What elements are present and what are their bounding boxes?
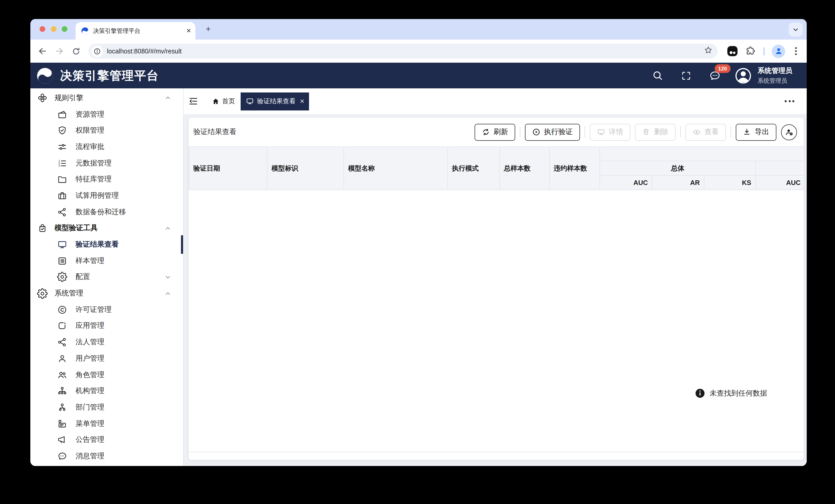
- col-header-model-id[interactable]: 模型标识: [267, 147, 344, 190]
- close-window-button[interactable]: [40, 26, 45, 32]
- copyright-icon: [57, 304, 67, 315]
- search-icon[interactable]: [651, 69, 664, 82]
- browser-profile-avatar[interactable]: [772, 44, 785, 58]
- export-button[interactable]: 导出: [736, 124, 776, 141]
- sidebar-item-2-0[interactable]: 许可证管理: [30, 301, 183, 318]
- svg-text:3: 3: [58, 164, 60, 167]
- col-header-ar[interactable]: AR: [652, 175, 704, 190]
- col-header-validation-date[interactable]: 验证日期: [189, 147, 267, 190]
- message-count-badge: 120: [714, 64, 731, 73]
- sidebar-item-2-1[interactable]: 应用管理: [30, 318, 183, 334]
- run-validation-button[interactable]: 执行验证: [525, 124, 580, 141]
- sidebar-group-0[interactable]: 规则引擎: [30, 90, 183, 106]
- sidebar-item-0-6[interactable]: 数据备份和迁移: [30, 204, 183, 220]
- reload-icon[interactable]: [69, 44, 83, 58]
- view-button[interactable]: 查看: [685, 124, 726, 141]
- fullscreen-icon[interactable]: [680, 69, 692, 82]
- back-icon[interactable]: [36, 44, 49, 58]
- bookmark-star-icon[interactable]: [704, 46, 713, 57]
- refresh-icon: [482, 128, 490, 136]
- messages-button[interactable]: 120: [709, 69, 721, 82]
- sidebar-item-0-4[interactable]: 特征库管理: [30, 171, 183, 188]
- site-info-icon[interactable]: [91, 45, 103, 57]
- collapse-sidebar-icon[interactable]: [188, 96, 199, 106]
- app-title: 决策引擎管理平台: [60, 67, 159, 83]
- col-header-auc-2[interactable]: AUC: [756, 175, 804, 190]
- horizontal-scrollbar-track[interactable]: [189, 451, 803, 460]
- user-info[interactable]: 系统管理员 系统管理员: [758, 67, 792, 85]
- sidebar-item-2-9[interactable]: 消息管理: [30, 448, 183, 464]
- extensions-puzzle-icon[interactable]: [745, 45, 756, 57]
- button-divider: [731, 126, 731, 138]
- url-bar[interactable]: localhost:8080/#/mv/result: [88, 44, 718, 59]
- users-icon: [57, 370, 67, 380]
- sidebar-item-2-3[interactable]: 用户管理: [30, 350, 183, 366]
- zoom-window-button[interactable]: [62, 26, 67, 32]
- gear-icon: [37, 288, 48, 299]
- sidebar-item-0-2[interactable]: 流程审批: [30, 139, 183, 155]
- empty-state-text: 未查找到任何数据: [710, 388, 767, 398]
- chevron-up-icon[interactable]: [164, 225, 172, 232]
- sidebar-item-label: 机构管理: [76, 386, 104, 396]
- col-header-exec-mode[interactable]: 执行模式: [448, 147, 500, 190]
- megaphone-icon: [57, 435, 67, 445]
- col-header-model-name[interactable]: 模型名称: [344, 147, 448, 190]
- sidebar-item-0-5[interactable]: 试算用例管理: [30, 188, 183, 204]
- browser-tab-title: 决策引擎管理平台: [93, 27, 183, 35]
- sidebar-item-1-1[interactable]: 样本管理: [30, 253, 183, 269]
- minimize-window-button[interactable]: [51, 26, 57, 32]
- col-group-top-blank: [600, 147, 804, 161]
- sidebar-item-1-0[interactable]: 验证结果查看: [30, 236, 183, 253]
- sidebar-group-2[interactable]: 系统管理: [30, 286, 183, 301]
- monitor-icon: [597, 128, 605, 136]
- sidebar-group-1[interactable]: 模型验证工具: [30, 220, 183, 236]
- tab-close-icon[interactable]: ✕: [186, 27, 191, 35]
- refresh-button[interactable]: 刷新: [474, 124, 515, 141]
- browser-tab-active[interactable]: 决策引擎管理平台 ✕: [76, 22, 196, 40]
- col-header-auc[interactable]: AUC: [600, 175, 652, 190]
- sidebar-item-label: 菜单管理: [76, 419, 104, 428]
- close-tab-icon[interactable]: ✕: [300, 98, 304, 105]
- sidebar-item-0-3[interactable]: 123元数据管理: [30, 155, 183, 171]
- sidebar-item-2-6[interactable]: 部门管理: [30, 399, 183, 415]
- user-name: 系统管理员: [758, 67, 792, 76]
- table-body-empty: 未查找到任何数据: [189, 190, 803, 453]
- detail-button[interactable]: 详情: [590, 124, 630, 141]
- sidebar-item-2-2[interactable]: 法人管理: [30, 334, 183, 350]
- delete-button[interactable]: 删除: [635, 124, 676, 141]
- col-header-default-samples[interactable]: 违约样本数: [549, 147, 600, 190]
- col-header-total-samples[interactable]: 总样本数: [500, 147, 549, 190]
- empty-state: 未查找到任何数据: [695, 388, 767, 399]
- sidebar-item-0-1[interactable]: 权限管理: [30, 123, 183, 139]
- sidebar-item-2-7[interactable]: 菜单管理: [30, 416, 183, 432]
- tab-validation-results[interactable]: 验证结果查看 ✕: [241, 92, 309, 110]
- sidebar-item-label: 法人管理: [76, 338, 104, 347]
- content-panel: 验证结果查看 刷新 执行验证: [188, 117, 804, 460]
- sidebar-item-0-0[interactable]: 资源管理: [30, 106, 183, 122]
- col-group-next-blank: [756, 161, 804, 175]
- chevron-up-icon[interactable]: [164, 290, 172, 297]
- sidebar-group-label: 规则引擎: [55, 93, 83, 103]
- user-settings-button[interactable]: [781, 124, 797, 140]
- chevron-down-icon[interactable]: [164, 273, 172, 281]
- monitor-icon: [57, 239, 67, 250]
- extension-shortcut-icon[interactable]: [726, 45, 739, 58]
- sidebar-item-2-5[interactable]: 机构管理: [30, 383, 183, 399]
- tab-search-button[interactable]: [789, 23, 802, 37]
- sidebar-item-label: 许可证管理: [76, 305, 111, 314]
- more-actions-icon[interactable]: [785, 100, 794, 102]
- sidebar-item-1-2[interactable]: 配置: [30, 269, 183, 285]
- shield-check-icon: [57, 125, 67, 135]
- forward-icon[interactable]: [53, 44, 66, 58]
- monitor-icon: [246, 97, 254, 105]
- breadcrumb-home[interactable]: 首页: [212, 97, 235, 106]
- panel-toolbar: 验证结果查看 刷新 执行验证: [189, 118, 803, 146]
- sidebar-item-2-4[interactable]: 角色管理: [30, 366, 183, 383]
- new-tab-button[interactable]: +: [202, 23, 215, 36]
- col-header-ks[interactable]: KS: [704, 175, 756, 190]
- eye-icon: [693, 128, 701, 136]
- chevron-up-icon[interactable]: [164, 94, 172, 102]
- sidebar-item-2-8[interactable]: 公告管理: [30, 432, 183, 448]
- browser-menu-icon[interactable]: [791, 45, 800, 57]
- user-avatar[interactable]: [734, 67, 751, 84]
